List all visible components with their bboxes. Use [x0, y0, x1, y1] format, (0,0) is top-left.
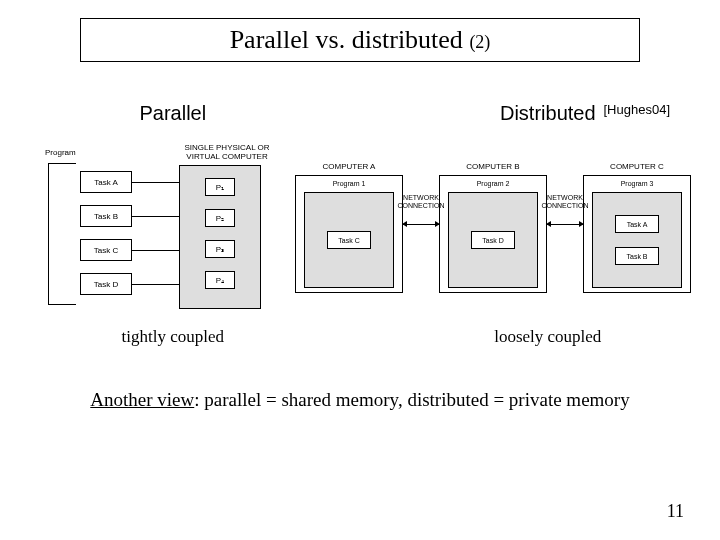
network-label: NETWORK CONNECTION [540, 194, 590, 209]
computer-label: COMPUTER B [439, 162, 547, 171]
task-box: Task A [615, 215, 659, 233]
computer-inner: Task C [304, 192, 394, 288]
page-number: 11 [667, 501, 684, 522]
cpu-box: P₂ [205, 209, 235, 227]
computer-label: COMPUTER C [583, 162, 691, 171]
task-box: Task A [80, 171, 132, 193]
caption-row: tightly coupled loosely coupled [0, 327, 720, 347]
computer-inner: Task A Task B [592, 192, 682, 288]
arrow-icon [547, 224, 583, 225]
arrow-icon [403, 224, 439, 225]
computer-label: SINGLE PHYSICAL OR VIRTUAL COMPUTER [177, 143, 277, 161]
parallel-diagram: Program SINGLE PHYSICAL OR VIRTUAL COMPU… [45, 143, 280, 318]
footer-prefix: Another view [90, 389, 194, 410]
caption-parallel: tightly coupled [0, 327, 346, 347]
task-box: Task D [80, 273, 132, 295]
diagram-row: Program SINGLE PHYSICAL OR VIRTUAL COMPU… [0, 143, 720, 319]
computer-inner: Task D [448, 192, 538, 288]
cpu-box: P₃ [205, 240, 235, 258]
connector-line [132, 284, 179, 285]
footer-rest: : parallel = shared memory, distributed … [194, 389, 629, 410]
task-box: Task C [80, 239, 132, 261]
connector-line [132, 250, 179, 251]
bracket-icon [48, 163, 76, 305]
computer-label: COMPUTER A [295, 162, 403, 171]
cpu-box: P₁ [205, 178, 235, 196]
connector-line [132, 216, 179, 217]
task-box: Task B [80, 205, 132, 227]
slide-title: Parallel vs. distributed (2) [80, 18, 640, 62]
citation: [Hughes04] [604, 102, 671, 117]
task-boxes: Task A Task B Task C Task D [80, 171, 132, 307]
distributed-diagram: COMPUTER A Program 1 Task C COMPUTER B P… [295, 144, 695, 319]
computer-outer: Program 1 Task C [295, 175, 403, 293]
computer-a: COMPUTER A Program 1 Task C [295, 162, 403, 293]
task-box: Task D [471, 231, 515, 249]
connector-line [132, 182, 179, 183]
title-sub: (2) [469, 32, 490, 52]
task-box: Task C [327, 231, 371, 249]
computer-outer: Program 3 Task A Task B [583, 175, 691, 293]
computer-b: COMPUTER B Program 2 Task D [439, 162, 547, 293]
computer-c: COMPUTER C Program 3 Task A Task B [583, 162, 691, 293]
footer-note: Another view: parallel = shared memory, … [0, 389, 720, 411]
heading-parallel: Parallel [0, 102, 346, 125]
program-label: Program 1 [296, 180, 402, 187]
program-label: Program 3 [584, 180, 690, 187]
caption-distributed: loosely coupled [346, 327, 720, 347]
task-box: Task B [615, 247, 659, 265]
program-label: Program [45, 148, 76, 157]
cpu-container: P₁ P₂ P₃ P₄ [179, 165, 261, 309]
computer-outer: Program 2 Task D [439, 175, 547, 293]
network-label: NETWORK CONNECTION [396, 194, 446, 209]
cpu-box: P₄ [205, 271, 235, 289]
title-main: Parallel vs. distributed [230, 25, 470, 54]
program-label: Program 2 [440, 180, 546, 187]
